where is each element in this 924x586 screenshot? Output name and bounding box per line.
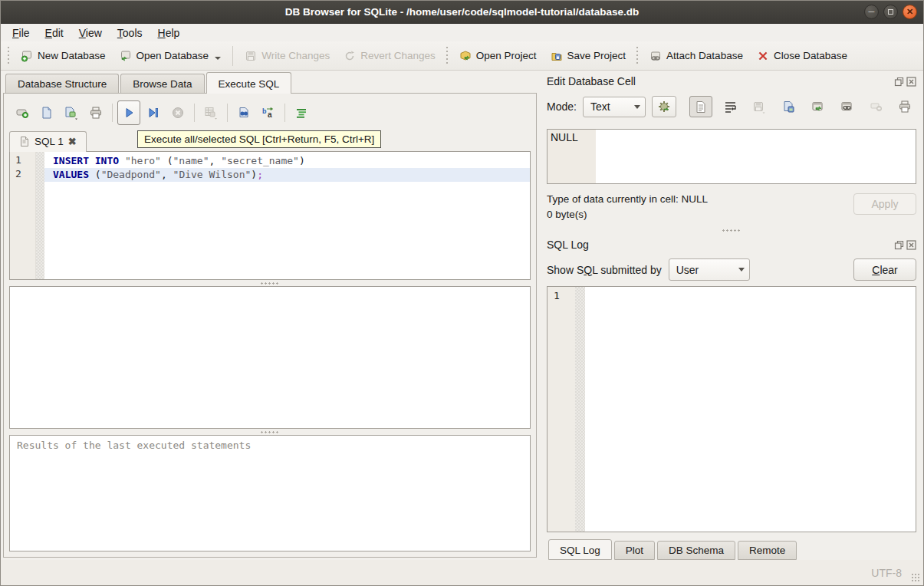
word-wrap-button[interactable] — [718, 96, 742, 117]
format-sql-button[interactable] — [290, 100, 313, 125]
tab-remote[interactable]: Remote — [738, 541, 797, 560]
revert-changes-button[interactable]: Revert Changes — [337, 46, 442, 66]
replace-button[interactable]: ba — [257, 100, 280, 125]
sql-tab-close-icon[interactable]: ✖ — [68, 136, 77, 147]
print-cell-button[interactable] — [893, 96, 916, 117]
tab-db-schema[interactable]: DB Schema — [657, 541, 735, 560]
results-table-pane[interactable] — [9, 286, 531, 429]
svg-text:b: b — [262, 107, 267, 115]
execute-sql-tooltip: Execute all/selected SQL [Ctrl+Return, F… — [137, 130, 381, 148]
sql-tab-label: SQL 1 — [35, 136, 64, 147]
new-sql-tab-button[interactable] — [11, 100, 34, 125]
code-line-1: INSERT INTO "hero" ("name", "secret_name… — [44, 154, 530, 168]
toolbar-drag-handle[interactable] — [635, 47, 640, 65]
print-cell-icon — [898, 100, 912, 114]
toolbar-separator — [232, 46, 233, 66]
menu-file[interactable]: File — [5, 25, 37, 41]
results-message-pane[interactable]: Results of the last executed statements — [9, 435, 531, 551]
close-database-button[interactable]: Close Database — [750, 46, 854, 66]
code-area[interactable]: INSERT INTO "hero" ("name", "secret_name… — [44, 152, 530, 279]
apply-button[interactable]: Apply — [853, 193, 916, 215]
open-sql-file-button[interactable] — [35, 100, 58, 125]
print-sql-button[interactable] — [84, 100, 107, 125]
window-title: DB Browser for SQLite - /home/user/code/… — [285, 6, 639, 18]
open-database-dropdown-arrow[interactable] — [215, 57, 221, 60]
clear-log-button[interactable]: Clear — [853, 258, 916, 281]
save-sql-file-button[interactable] — [60, 100, 83, 125]
cell-size-info: 0 byte(s) — [547, 209, 853, 220]
execute-line-button[interactable] — [142, 100, 165, 125]
menu-edit[interactable]: Edit — [38, 25, 71, 41]
toolbar-drag-handle[interactable] — [445, 47, 450, 65]
auto-switch-mode-button[interactable] — [652, 96, 676, 117]
link-icon — [840, 100, 853, 113]
word-wrap-icon — [724, 100, 737, 113]
find-button[interactable] — [232, 100, 255, 125]
log-source-value: User — [676, 264, 699, 276]
execute-all-button[interactable] — [117, 100, 140, 125]
cell-editor-content[interactable] — [596, 130, 916, 183]
tab-sql-log[interactable]: SQL Log — [548, 539, 612, 560]
menubar: File Edit View Tools Help — [1, 24, 923, 41]
open-database-icon — [120, 50, 132, 62]
menu-tools[interactable]: Tools — [110, 25, 150, 41]
close-dock-icon[interactable] — [906, 77, 916, 87]
copy-link-button[interactable] — [835, 96, 858, 117]
main-tab-bar: Database Structure Browse Data Execute S… — [1, 71, 539, 93]
window-controls: ─ ✕ — [864, 5, 917, 19]
tab-plot[interactable]: Plot — [614, 541, 655, 560]
sql-log-view[interactable]: 1 — [547, 286, 916, 532]
sql-log-dock-titlebar: SQL Log — [547, 236, 916, 253]
tab-execute-sql[interactable]: Execute SQL — [206, 72, 292, 94]
float-dock-icon[interactable] — [894, 77, 904, 87]
vertical-splitter[interactable] — [539, 71, 545, 560]
menu-help[interactable]: Help — [151, 25, 187, 41]
log-line-number: 1 — [554, 290, 575, 301]
toolbar-drag-handle[interactable] — [6, 47, 12, 65]
tab-browse-data[interactable]: Browse Data — [120, 74, 204, 93]
dock-splitter-handle[interactable] — [547, 224, 916, 236]
maximize-button[interactable] — [883, 5, 898, 19]
text-mode-button[interactable] — [689, 96, 712, 117]
minimize-button[interactable]: ─ — [864, 5, 879, 19]
import-cell-button[interactable] — [748, 96, 771, 117]
close-database-label: Close Database — [774, 50, 847, 61]
stop-button[interactable] — [166, 100, 189, 125]
new-database-button[interactable]: New Database — [14, 46, 113, 66]
log-source-select[interactable]: User — [669, 258, 750, 281]
export-cell-button[interactable] — [777, 96, 800, 117]
sql-toolbar-separator — [284, 104, 285, 122]
tab-database-structure[interactable]: Database Structure — [5, 74, 119, 93]
mode-select[interactable]: Text — [583, 97, 646, 117]
write-changes-button[interactable]: Write Changes — [238, 46, 337, 66]
open-project-button[interactable]: Open Project — [452, 46, 544, 66]
sql-editor[interactable]: 1 2 INSERT INTO "hero" ("name", "secret_… — [9, 151, 531, 280]
splitter-handle[interactable] — [9, 280, 531, 286]
line-number-gutter: 1 2 — [10, 152, 36, 279]
attach-database-icon — [649, 50, 662, 62]
save-project-button[interactable]: Save Project — [544, 46, 633, 66]
code-line-2: VALUES ("Deadpond", "Dive Wilson"); — [44, 168, 530, 182]
line-number: 1 — [15, 154, 35, 168]
edit-cell-dock-titlebar: Edit Database Cell — [547, 73, 916, 90]
app-window: DB Browser for SQLite - /home/user/code/… — [0, 0, 924, 586]
sql-log-filter-row: Show SQL submitted by User Clear — [547, 258, 916, 281]
save-results-button[interactable] — [199, 100, 222, 125]
encoding-indicator[interactable]: UTF-8 — [871, 567, 902, 579]
close-button[interactable]: ✕ — [903, 5, 917, 19]
open-in-external-button[interactable] — [806, 96, 829, 117]
menu-view[interactable]: View — [72, 25, 109, 41]
log-content[interactable] — [585, 287, 916, 532]
float-dock-icon[interactable] — [894, 240, 904, 250]
open-database-button[interactable]: Open Database — [113, 46, 229, 66]
sql-1-tab[interactable]: SQL 1 ✖ — [9, 131, 87, 152]
execute-sql-pane: ba SQL 1 ✖ — [3, 93, 537, 558]
close-dock-icon[interactable] — [906, 240, 916, 250]
sql-log-title: SQL Log — [547, 239, 894, 251]
resize-grip[interactable] — [911, 573, 921, 583]
cell-value-editor[interactable]: NULL — [547, 129, 916, 184]
execute-all-icon — [122, 106, 136, 120]
splitter-handle[interactable] — [9, 429, 531, 435]
set-null-button[interactable] — [864, 96, 887, 117]
attach-database-button[interactable]: Attach Database — [643, 46, 750, 66]
